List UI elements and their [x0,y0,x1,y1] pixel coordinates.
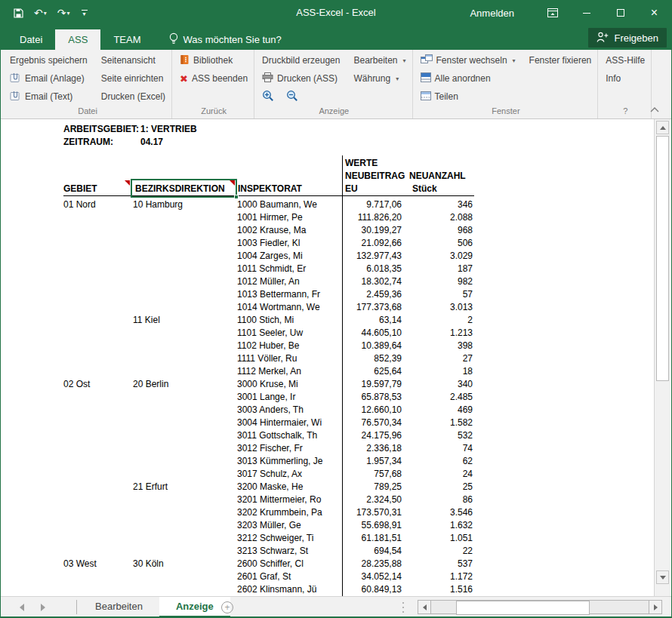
cell-neubeitrag[interactable]: 44.605,10 [342,327,407,340]
tab-datei[interactable]: Datei [7,29,55,50]
cell-gebiet[interactable] [63,429,133,442]
cell-inspektorat[interactable]: 3213 Schwarz, St [237,545,342,558]
cell-bezirksdirektion[interactable] [133,468,237,481]
save-icon[interactable] [10,5,27,21]
cell-inspektorat[interactable]: 3011 Gottschalk, Th [237,429,342,442]
cell-neuanzahl[interactable]: 346 [407,198,474,211]
bibliothek-button[interactable]: Bibliothek [177,51,251,69]
ribbon-display-options-icon[interactable] [535,0,569,26]
redo-button[interactable]: ↷▾ [54,5,74,21]
sheet-tab-anzeige[interactable]: Anzeige [159,597,230,617]
cell-gebiet[interactable] [63,314,133,327]
cell-inspektorat[interactable]: 3201 Mittermeier, Ro [237,493,342,506]
cell-inspektorat[interactable]: 1002 Krause, Ma [237,224,342,237]
email-text-button[interactable]: Email (Text) [7,88,91,106]
cell-bezirksdirektion[interactable] [133,532,237,545]
cell-neuanzahl[interactable]: 86 [407,493,474,506]
cell-gebiet[interactable] [63,340,133,352]
cell-inspektorat[interactable]: 1000 Baumann, We [237,198,342,211]
cell-neubeitrag[interactable]: 10.389,64 [342,340,407,352]
cell-neubeitrag[interactable]: 28.235,88 [342,558,407,570]
ass-beenden-button[interactable]: ✖ ASS beenden [177,69,251,88]
cell-bezirksdirektion[interactable]: 20 Berlin [133,378,237,391]
cell-neubeitrag[interactable]: 6.018,35 [342,263,407,275]
cell-neuanzahl[interactable]: 532 [407,429,474,442]
cell-neubeitrag[interactable]: 1.957,34 [342,455,407,468]
cell-neuanzahl[interactable]: 27 [407,352,474,365]
cell-inspektorat[interactable]: 3202 Krummbein, Pa [237,506,342,519]
cell-inspektorat[interactable]: 2601 Graf, St [237,570,342,583]
cell-bezirksdirektion[interactable] [133,327,237,340]
fenster-fixieren-button[interactable]: Fenster fixieren [526,51,595,69]
cell-neuanzahl[interactable]: 3.029 [407,250,474,263]
tab-ass[interactable]: ASS [55,29,100,50]
cell-inspektorat[interactable]: 1013 Bettermann, Fr [237,288,342,301]
info-button[interactable]: Info [603,69,648,88]
tab-team[interactable]: TEAM [100,29,153,50]
minimize-button[interactable] [569,0,603,26]
cell-bezirksdirektion[interactable] [133,493,237,506]
cell-bezirksdirektion[interactable] [133,224,237,237]
cell-neubeitrag[interactable]: 173.570,31 [342,506,407,519]
cell-neuanzahl[interactable]: 982 [407,275,474,288]
cell-neubeitrag[interactable]: 24.175,96 [342,429,407,442]
cell-gebiet[interactable]: 01 Nord [63,198,133,211]
cell-bezirksdirektion[interactable] [133,391,237,404]
cell-bezirksdirektion[interactable] [133,519,237,532]
cell-inspektorat[interactable]: 3000 Kruse, Mi [237,378,342,391]
cell-inspektorat[interactable]: 1012 Müller, An [237,275,342,288]
druckbild-erzeugen-button[interactable]: Druckbild erzeugen [259,51,343,69]
close-button[interactable]: × [637,0,671,26]
cell-neubeitrag[interactable]: 9.717,06 [342,198,407,211]
cell-gebiet[interactable] [63,211,133,224]
cell-neubeitrag[interactable]: 19.597,79 [342,378,407,391]
undo-button[interactable]: ↶▾ [30,5,51,21]
cell-inspektorat[interactable]: 3212 Schweiger, Ti [237,532,342,545]
cell-neubeitrag[interactable]: 2.324,50 [342,493,407,506]
cell-neuanzahl[interactable]: 22 [407,545,474,558]
cell-bezirksdirektion[interactable]: 10 Hamburg [133,198,237,211]
cell-gebiet[interactable] [63,493,133,506]
cell-neubeitrag[interactable]: 2.336,18 [342,442,407,455]
cell-neubeitrag[interactable]: 177.373,68 [342,301,407,314]
cell-inspektorat[interactable]: 1014 Wortmann, We [237,301,342,314]
ass-hilfe-button[interactable]: ASS-Hilfe [603,51,648,69]
cell-neuanzahl[interactable]: 74 [407,442,474,455]
cell-bezirksdirektion[interactable] [133,429,237,442]
cell-neubeitrag[interactable]: 132.977,43 [342,250,407,263]
tell-me-box[interactable]: Was möchten Sie tun? [169,29,282,50]
cell-bezirksdirektion[interactable]: 30 Köln [133,558,237,570]
cell-bezirksdirektion[interactable] [133,455,237,468]
cell-gebiet[interactable] [63,391,133,404]
cell-neuanzahl[interactable]: 1.213 [407,327,474,340]
cell-neubeitrag[interactable]: 61.181,51 [342,532,407,545]
cell-gebiet[interactable] [63,288,133,301]
cell-neuanzahl[interactable]: 1.632 [407,519,474,532]
cell-neubeitrag[interactable]: 60.849,13 [342,583,407,596]
seite-einrichten-button[interactable]: Seite einrichten [98,69,168,88]
cell-gebiet[interactable] [63,275,133,288]
cell-neubeitrag[interactable]: 789,25 [342,481,407,493]
cell-neuanzahl[interactable]: 57 [407,288,474,301]
cell-neubeitrag[interactable]: 63,14 [342,314,407,327]
cell-neubeitrag[interactable]: 76.570,34 [342,417,407,429]
cell-neubeitrag[interactable]: 55.698,91 [342,519,407,532]
cell-neubeitrag[interactable]: 65.878,53 [342,391,407,404]
column-header-werte[interactable]: WERTE [345,157,378,169]
horizontal-scrollbar-thumb[interactable] [456,601,590,615]
bearbeiten-dropdown[interactable]: Bearbeiten▾ [350,51,408,69]
cell-neubeitrag[interactable]: 34.052,14 [342,570,407,583]
cell-inspektorat[interactable]: 3004 Hintermaier, Wi [237,417,342,429]
customize-qat-icon[interactable]: ▾ [77,10,92,16]
scroll-left-icon[interactable] [418,600,431,614]
cell-inspektorat[interactable]: 1112 Merkel, An [237,365,342,378]
collapse-ribbon-icon[interactable] [647,104,662,115]
cell-neuanzahl[interactable]: 398 [407,340,474,352]
cell-bezirksdirektion[interactable] [133,583,237,596]
cell-bezirksdirektion[interactable] [133,365,237,378]
cell-bezirksdirektion[interactable] [133,275,237,288]
cell-bezirksdirektion[interactable] [133,211,237,224]
cell-bezirksdirektion[interactable] [133,263,237,275]
cell-gebiet[interactable] [63,250,133,263]
cell-bezirksdirektion[interactable] [133,250,237,263]
